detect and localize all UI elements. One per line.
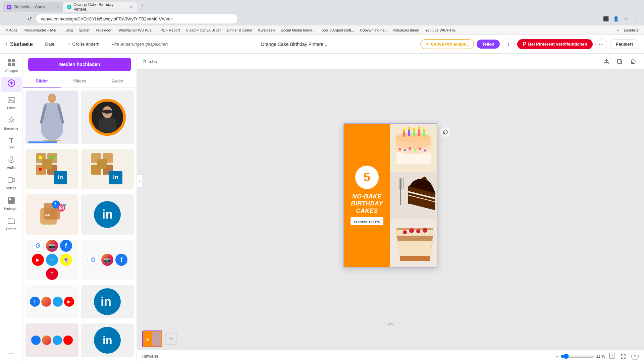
bookmark-wahlfaecher[interactable]: Wahlfächer WU Aus...	[116, 27, 157, 33]
audio-icon	[8, 156, 15, 165]
page-indicator: 1	[609, 353, 615, 360]
bookmark-bois[interactable]: Bois d'Argent Duft...	[319, 27, 357, 33]
svg-rect-77	[399, 178, 399, 188]
bookmark-spaeter[interactable]: Später	[76, 27, 92, 33]
browser-tab-2[interactable]: C Orange Cake Birthday Pintere... ✕	[63, 2, 137, 12]
sidebar-item-audio[interactable]: Audio	[1, 153, 21, 172]
bookmark-bois-label: Bois d'Argent Duft...	[321, 28, 354, 32]
timer-button[interactable]: ⏱ 5.0s	[142, 59, 157, 64]
bookmark-copy[interactable]: Copywriting neu	[358, 27, 389, 33]
file-button[interactable]: Datei	[41, 40, 59, 49]
hintergrund-label: Hintergr...	[4, 207, 18, 210]
pinterest-button[interactable]: P Bei Pinterest veröffentlichen	[517, 39, 593, 49]
bookmark-apps-label: Apps	[9, 28, 17, 32]
star-btn[interactable]: ☆	[622, 15, 630, 23]
pause-button[interactable]: Pausiert	[610, 39, 639, 49]
zoom-slider[interactable]	[560, 354, 594, 359]
sidebar-item-fotos[interactable]: Fotos	[1, 94, 21, 113]
bookmark-youtube[interactable]: Youtube WICHTIG	[423, 27, 459, 33]
design-preview[interactable]: 5 NO-BAKE BIRTHDAY CAKES TASTIEST TREATS	[343, 123, 437, 267]
reload-button[interactable]: ↺	[25, 15, 34, 23]
upload-image-5[interactable]: f 🐦 2M+	[25, 194, 78, 235]
more-icon: ···	[599, 41, 604, 48]
tab-bilder[interactable]: Bilder	[23, 75, 61, 87]
new-tab-button[interactable]: +	[138, 1, 148, 11]
profile-btn[interactable]: 👤	[612, 15, 620, 23]
timeline-thumb-1[interactable]: 5	[142, 330, 162, 347]
sidebar-item-ordner[interactable]: Ordner	[1, 215, 21, 234]
browser-chrome: C Startseite – Canva ✕ C Orange Cake Bir…	[0, 0, 644, 12]
more-options-button[interactable]: ···	[595, 38, 607, 50]
tab1-close[interactable]: ✕	[56, 5, 59, 9]
upload-image-11[interactable]	[25, 323, 78, 357]
bookmark-produktsuche[interactable]: Produktsuche – Mer...	[21, 27, 62, 33]
download-button[interactable]: ↓	[502, 38, 515, 50]
refresh-canvas-button[interactable]	[628, 56, 639, 67]
zoom-minus-icon[interactable]: −	[556, 354, 558, 359]
tab-videos-label: Videos	[73, 78, 87, 83]
sidebar-item-upload[interactable]	[1, 77, 21, 92]
menu-btn[interactable]: ⋮	[632, 15, 640, 23]
panel-collapse-handle[interactable]: ‹	[137, 174, 142, 188]
back-button[interactable]: ‹	[4, 15, 12, 23]
bookmark-kursideen2[interactable]: Kursideen	[256, 27, 278, 33]
bookmark-blog[interactable]: Blog	[63, 27, 75, 33]
bookmark-apps[interactable]: ⊞ Apps	[3, 27, 20, 33]
sidebar-item-more[interactable]: ···	[1, 347, 21, 359]
upload-image-12[interactable]: in	[81, 323, 134, 357]
copy-canvas-button[interactable]	[614, 56, 625, 67]
svg-point-66	[418, 127, 420, 130]
audio-label: Audio	[7, 166, 16, 170]
design-left-panel: 5 NO-BAKE BIRTHDAY CAKES TASTIEST TREATS	[344, 124, 390, 267]
sidebar-item-vorlagen[interactable]: Vorlagen	[1, 56, 21, 75]
bookmark-leseliste[interactable]: Leseliste	[622, 27, 641, 33]
upload-image-4[interactable]: in	[81, 149, 134, 189]
bookmark-social[interactable]: Social Media Mana...	[278, 27, 318, 33]
timeline-strip: 5 +	[137, 328, 644, 350]
home-button[interactable]: ‹ Startseite	[5, 41, 33, 48]
upload-image-1[interactable]	[25, 90, 78, 144]
upload-image-2[interactable]	[81, 90, 134, 144]
upload-image-10[interactable]: in	[81, 285, 134, 318]
svg-point-72	[414, 149, 416, 151]
upload-image-7[interactable]: G 📷 f ▶ 🐦 👻 P	[25, 240, 78, 280]
extensions-btn[interactable]: ⬛	[602, 15, 610, 23]
upload-image-8[interactable]: G 📷 f	[81, 240, 134, 280]
bookmark-dinner[interactable]: Dinner & Crime	[224, 27, 255, 33]
bookmark-pdf[interactable]: PDF Report	[158, 27, 182, 33]
upload-image-9[interactable]: f ▶	[25, 285, 78, 318]
resize-button[interactable]: ✦ Größe ändern	[63, 40, 104, 49]
bookmark-cload[interactable]: Cload + Canva Bilder	[183, 27, 223, 33]
cake-image-bottom	[390, 219, 437, 267]
bookmark-video[interactable]: Videokurs Ideen	[390, 27, 422, 33]
sidebar-item-videos[interactable]: Videos	[1, 174, 21, 193]
upload-tabs: Bilder Videos Audio	[23, 75, 137, 88]
canvas-workspace[interactable]: 5 NO-BAKE BIRTHDAY CAKES TASTIEST TREATS	[137, 70, 644, 321]
upload-image-3[interactable]: in	[25, 149, 78, 189]
svg-point-68	[423, 129, 425, 132]
tab2-close[interactable]: ✕	[130, 5, 133, 9]
text-label: Text	[8, 145, 14, 149]
bookmark-more[interactable]: »	[614, 27, 621, 33]
forward-button[interactable]: ›	[15, 15, 23, 23]
help-button[interactable]: ?	[631, 353, 639, 360]
timeline-add-button[interactable]: +	[165, 333, 177, 345]
svg-rect-76	[400, 178, 401, 205]
sidebar-item-text[interactable]: T Text	[1, 134, 21, 152]
tab2-label: Orange Cake Birthday Pintere...	[73, 2, 128, 12]
tab-audio[interactable]: Audio	[99, 75, 137, 87]
design-refresh-button[interactable]	[440, 127, 451, 137]
bottom-toggle[interactable]	[137, 321, 644, 328]
share-button[interactable]: Teilen	[477, 40, 500, 49]
tab-videos[interactable]: Videos	[61, 75, 99, 87]
sidebar-item-hintergrund[interactable]: Hintergr...	[1, 194, 21, 213]
sidebar-item-elemente[interactable]: Elemente	[1, 114, 21, 133]
bookmark-kursideen1[interactable]: Kursideen	[93, 27, 115, 33]
address-input[interactable]	[36, 14, 237, 23]
share-canvas-button[interactable]	[601, 56, 612, 67]
browser-tab-1[interactable]: C Startseite – Canva ✕	[3, 2, 63, 12]
upload-media-button[interactable]: Medien hochladen	[28, 58, 131, 71]
canva-pro-button[interactable]: ✦ Canva Pro auspr...	[420, 39, 474, 49]
upload-image-6[interactable]: in	[81, 194, 134, 235]
fullscreen-button[interactable]	[619, 352, 627, 360]
